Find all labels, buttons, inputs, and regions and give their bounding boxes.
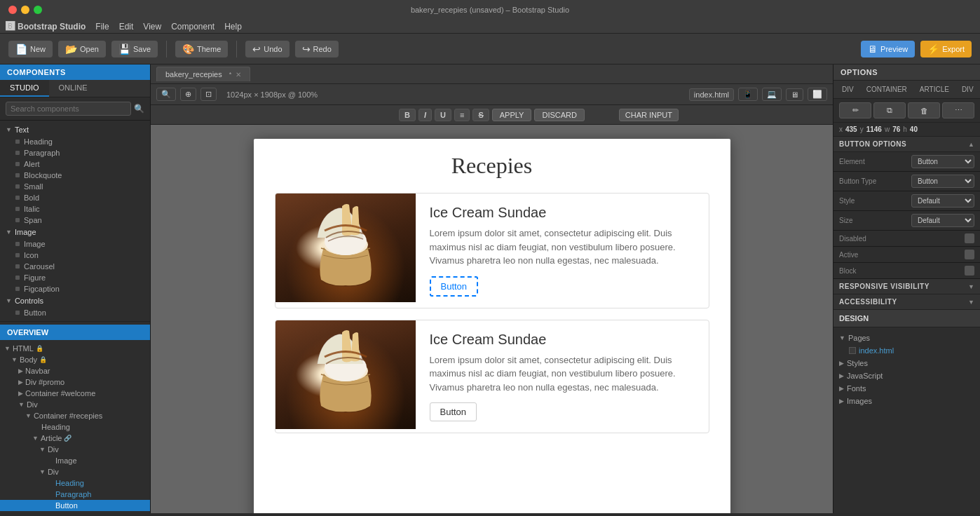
strikethrough-button[interactable]: S <box>472 109 489 121</box>
design-styles[interactable]: ▶ Styles <box>839 357 974 369</box>
tab-div-2[interactable]: DIV <box>956 83 979 95</box>
style-select[interactable]: Default <box>911 194 974 208</box>
responsive-section[interactable]: RESPONSIVE VISIBILITY ▼ <box>833 279 980 294</box>
new-button[interactable]: 📄 New <box>8 41 53 57</box>
maximize-button[interactable] <box>34 6 42 14</box>
edit-icon-button[interactable]: ✏ <box>839 102 871 118</box>
recipe-button-1[interactable]: Button <box>430 276 479 297</box>
select-button[interactable]: ⊕ <box>180 88 196 101</box>
component-heading[interactable]: Heading <box>0 136 150 147</box>
type-select[interactable]: Button <box>911 175 974 188</box>
tree-html[interactable]: ▼ HTML 🔒 <box>0 343 150 354</box>
menu-view[interactable]: View <box>143 22 161 32</box>
tree-article-2[interactable]: ▶ Article 🔗 <box>0 511 150 513</box>
menu-help[interactable]: Help <box>224 22 242 32</box>
search-input[interactable] <box>6 102 131 116</box>
tree-paragraph[interactable]: Paragraph <box>0 489 150 500</box>
preview-button[interactable]: 🖥 Preview <box>861 41 915 57</box>
italic-button[interactable]: I <box>418 109 432 121</box>
tab-article[interactable]: ARTICLE <box>914 83 955 95</box>
tree-heading-2[interactable]: Heading <box>0 477 150 489</box>
component-paragraph[interactable]: Paragraph <box>0 147 150 158</box>
design-javascript[interactable]: ▶ JavaScript <box>839 369 974 382</box>
category-text[interactable]: ▼ Text <box>0 123 150 136</box>
desktop-view-button[interactable]: 🖥 <box>786 88 803 101</box>
tree-container-recepies[interactable]: ▼ Container #recepies <box>0 410 150 421</box>
button-options-section[interactable]: BUTTON OPTIONS ▲ <box>833 137 980 152</box>
component-italic[interactable]: Italic <box>0 203 150 215</box>
redo-button[interactable]: ↪ Redo <box>295 41 339 57</box>
arrow-icon: ▼ <box>839 334 845 341</box>
more-icon-button[interactable]: ⋯ <box>942 102 974 118</box>
component-span[interactable]: Span <box>0 215 150 226</box>
theme-button[interactable]: 🎨 Theme <box>175 41 228 57</box>
menu-file[interactable]: File <box>95 22 109 32</box>
accessibility-section[interactable]: ACCESSIBILITY ▼ <box>833 294 980 310</box>
canvas-area[interactable]: Recepies <box>151 125 833 513</box>
copy-icon-button[interactable]: ⧉ <box>873 102 906 118</box>
component-button[interactable]: Button <box>0 307 150 318</box>
tab-container[interactable]: CONTAINER <box>861 83 913 95</box>
save-button[interactable]: 💾 Save <box>111 41 158 57</box>
active-toggle[interactable] <box>965 250 974 259</box>
discard-button[interactable]: DISCARD <box>534 109 585 121</box>
menu-edit[interactable]: Edit <box>119 22 134 32</box>
window-controls[interactable] <box>8 6 42 14</box>
tab-studio[interactable]: STUDIO <box>0 80 49 97</box>
element-select[interactable]: Button <box>911 155 974 168</box>
tree-body[interactable]: ▼ Body 🔒 <box>0 354 150 365</box>
minimize-button[interactable] <box>21 6 29 14</box>
close-button[interactable] <box>8 6 17 14</box>
category-controls[interactable]: ▼ Controls <box>0 294 150 307</box>
mobile-view-button[interactable]: 📱 <box>738 88 758 101</box>
canvas-tab[interactable]: bakery_recepies * ✕ <box>156 67 250 81</box>
underline-button[interactable]: U <box>435 109 451 121</box>
component-figcaption[interactable]: Figcaption <box>0 283 150 294</box>
design-index-html[interactable]: index.html <box>849 344 974 357</box>
tab-online[interactable]: ONLINE <box>49 80 97 97</box>
tree-div-promo[interactable]: ▶ Div #promo <box>0 376 150 388</box>
tree-article-1[interactable]: ▼ Article 🔗 <box>0 433 150 444</box>
tree-heading[interactable]: Heading <box>0 421 150 433</box>
fullscreen-button[interactable]: ⬜ <box>808 88 827 101</box>
tree-navbar[interactable]: ▶ Navbar <box>0 365 150 376</box>
export-button[interactable]: ⚡ Export <box>920 41 972 57</box>
component-alert[interactable]: Alert <box>0 158 150 170</box>
design-images[interactable]: ▶ Images <box>839 395 974 407</box>
bold-button[interactable]: B <box>399 109 416 121</box>
tree-div-2[interactable]: ▼ Div <box>0 444 150 455</box>
design-fonts[interactable]: ▶ Fonts <box>839 382 974 395</box>
menu-component[interactable]: Component <box>171 22 215 32</box>
component-carousel[interactable]: Carousel <box>0 261 150 272</box>
search-canvas-button[interactable]: 🔍 <box>156 88 176 101</box>
apply-button[interactable]: APPLY <box>492 109 532 121</box>
design-pages[interactable]: ▼ Pages <box>839 332 974 344</box>
undo-button[interactable]: ↩ Undo <box>245 41 289 57</box>
size-select[interactable]: Default <box>911 214 974 227</box>
delete-icon-button[interactable]: 🗑 <box>908 102 940 118</box>
disabled-toggle[interactable] <box>965 233 974 243</box>
align-button[interactable]: ≡ <box>454 109 470 121</box>
tree-div[interactable]: ▼ Div <box>0 399 150 410</box>
block-toggle[interactable] <box>965 266 974 276</box>
tablet-view-button[interactable]: 💻 <box>762 88 782 101</box>
open-button[interactable]: 📂 Open <box>58 41 106 57</box>
tab-div-1[interactable]: DIV <box>836 83 859 95</box>
file-selector[interactable]: index.html <box>689 88 734 101</box>
component-small[interactable]: Small <box>0 181 150 192</box>
recipe-button-2[interactable]: Button <box>430 402 477 421</box>
tree-container-welcome[interactable]: ▶ Container #welcome <box>0 388 150 399</box>
tree-button[interactable]: Button <box>0 500 150 511</box>
component-icon[interactable]: Icon <box>0 250 150 261</box>
tree-div-3[interactable]: ▼ Div <box>0 466 150 477</box>
component-blockquote[interactable]: Blockquote <box>0 170 150 181</box>
style-label: Style <box>839 197 855 205</box>
responsive-button[interactable]: ⊡ <box>200 88 217 101</box>
category-image[interactable]: ▼ Image <box>0 226 150 238</box>
close-tab-icon[interactable]: ✕ <box>236 71 241 79</box>
component-figure[interactable]: Figure <box>0 272 150 283</box>
component-image[interactable]: Image <box>0 238 150 250</box>
char-input-button[interactable]: CHAR INPUT <box>619 109 679 121</box>
tree-image[interactable]: Image <box>0 455 150 466</box>
component-bold[interactable]: Bold <box>0 192 150 203</box>
